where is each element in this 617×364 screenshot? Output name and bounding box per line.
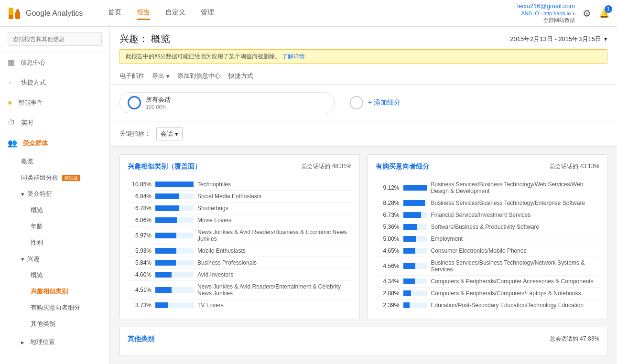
header: Google Analytics 首页 报告 自定义 管理 leixu216@g… bbox=[0, 0, 617, 27]
affinity-row-pct: 5.84% bbox=[128, 259, 152, 266]
segment-all-sessions[interactable]: 所有会话 100.00% bbox=[119, 92, 335, 113]
settings-button[interactable]: ⚙ bbox=[583, 8, 591, 19]
affinity-row-label[interactable]: Business Professionals bbox=[197, 259, 352, 266]
purchase-row-label[interactable]: Employment bbox=[431, 236, 600, 242]
purchase-row-label[interactable]: Software/Business & Productivity Softwar… bbox=[431, 224, 600, 230]
date-range-text: 2015年2月13日 - 2015年3月15日 bbox=[510, 35, 601, 43]
purchase-row-label[interactable]: Business Services/Business Technology/Ne… bbox=[431, 259, 600, 273]
purchase-row-label[interactable]: Financial Services/Investment Services bbox=[431, 212, 600, 218]
purchase-row-bar-bg bbox=[403, 248, 427, 254]
sidebar-demo-overview[interactable]: 概览 bbox=[0, 202, 109, 218]
affinity-row-label[interactable]: Avid Investors bbox=[197, 271, 352, 278]
sidebar-cohort-analysis[interactable]: 同类群组分析 测试版 bbox=[0, 170, 109, 186]
main-nav: 首页 报告 自定义 管理 bbox=[98, 6, 517, 20]
key-metrics-select[interactable]: 会话 ▾ bbox=[156, 127, 183, 140]
sidebar-item-shortcuts[interactable]: ← 快捷方式 bbox=[0, 73, 109, 93]
affinity-row-pct: 3.73% bbox=[128, 302, 152, 309]
purchase-row-label[interactable]: Consumer Electronics/Mobile Phones bbox=[431, 247, 600, 254]
affinity-row-label[interactable]: Technophiles bbox=[197, 181, 352, 188]
other-category-card: 其他类别 总会话话的 47.83% bbox=[119, 327, 607, 355]
other-cat-title[interactable]: 其他类别 bbox=[128, 335, 154, 343]
export-button[interactable]: 导出 ▾ bbox=[152, 72, 170, 80]
search-input[interactable] bbox=[8, 32, 102, 46]
warning-link[interactable]: 了解详情 bbox=[282, 53, 305, 60]
affinity-row-label[interactable]: Movie Lovers bbox=[197, 217, 352, 224]
affinity-row-pct: 10.85% bbox=[128, 181, 152, 188]
affinity-title[interactable]: 兴趣相似类别（覆盖面） bbox=[128, 162, 201, 171]
purchase-row-pct: 9.12% bbox=[376, 184, 400, 191]
purchase-row-label[interactable]: Business Services/Business Technology/We… bbox=[431, 181, 600, 194]
segment-add[interactable]: + 添加细分 bbox=[342, 92, 557, 113]
nav-custom[interactable]: 自定义 bbox=[165, 6, 185, 20]
sidebar-interest-overview[interactable]: 概览 bbox=[0, 267, 109, 283]
sidebar-affinity[interactable]: 兴趣相似类别 bbox=[0, 283, 109, 300]
purchase-row: 6.73% Financial Services/Investment Serv… bbox=[376, 209, 600, 221]
affinity-row-label[interactable]: News Junkies & Avid Readers/Business & E… bbox=[197, 229, 352, 242]
nav-admin[interactable]: 管理 bbox=[201, 6, 214, 20]
email-button[interactable]: 电子邮件 bbox=[119, 72, 144, 80]
sidebar-item-audience[interactable]: 👥 受众群体 bbox=[0, 133, 109, 153]
key-metrics-bar: 关键指标： 会话 ▾ bbox=[110, 121, 617, 147]
affinity-row: 4.51% News Junkies & Avid Readers/Entert… bbox=[128, 281, 352, 300]
shortcuts-button[interactable]: 快捷方式 bbox=[228, 72, 253, 80]
add-to-dashboard-button[interactable]: 添加到信息中心 bbox=[177, 72, 221, 80]
notifications-button[interactable]: 🔔 1 bbox=[599, 8, 609, 19]
svg-point-2 bbox=[16, 9, 19, 12]
affinity-row-pct: 6.84% bbox=[128, 193, 152, 200]
date-range-arrow: ▾ bbox=[604, 35, 607, 43]
purchase-row-label[interactable]: Education/Post-Secondary Education/Techn… bbox=[431, 302, 600, 309]
purchase-row-bar-bg bbox=[403, 185, 427, 191]
sidebar-age[interactable]: 年龄 bbox=[0, 218, 109, 235]
purchase-row: 5.00% Employment bbox=[376, 233, 600, 245]
purchase-row-bar-bg bbox=[403, 200, 427, 206]
purchase-row-bar-bg bbox=[403, 290, 427, 296]
purchase-row: 4.34% Computers & Peripherals/Computer A… bbox=[376, 276, 600, 288]
page-title-row: 兴趣： 概览 2015年2月13日 - 2015年3月15日 ▾ bbox=[119, 32, 607, 49]
affinity-row-label[interactable]: Social Media Enthusiasts bbox=[197, 193, 352, 200]
sidebar-other-cat[interactable]: 其他类别 bbox=[0, 316, 109, 332]
sidebar-demographics-group[interactable]: ▾ 受众特征 bbox=[0, 186, 109, 202]
purchase-row-bar-bg bbox=[403, 302, 427, 308]
sidebar-interests-group[interactable]: ▾ 兴趣 bbox=[0, 251, 109, 267]
nav-reports[interactable]: 报告 bbox=[137, 6, 150, 20]
segment-bar: 所有会话 100.00% + 添加细分 bbox=[110, 85, 617, 121]
affinity-row-label[interactable]: TV Lovers bbox=[197, 302, 352, 309]
svg-rect-1 bbox=[15, 11, 20, 19]
sidebar-inmarket[interactable]: 有购买意向者细分 bbox=[0, 300, 109, 316]
affinity-row-bar-bg bbox=[155, 182, 194, 187]
account-info: leixu216@gmail.com ANB.IO · http://anb.i… bbox=[517, 2, 575, 24]
account-expand-icon[interactable]: ▾ bbox=[573, 11, 575, 16]
purchase-rows: 9.12% Business Services/Business Technol… bbox=[376, 179, 600, 311]
affinity-row-pct: 4.51% bbox=[128, 287, 152, 293]
sidebar-item-geography[interactable]: ▸ 地理位置 bbox=[0, 332, 109, 352]
purchase-row-bar-bg bbox=[403, 236, 427, 242]
logo: Google Analytics bbox=[8, 7, 98, 20]
purchase-title[interactable]: 有购买意向者细分 bbox=[376, 162, 429, 171]
other-cat-stat: 总会话话的 47.83% bbox=[550, 335, 599, 343]
date-range[interactable]: 2015年2月13日 - 2015年3月15日 ▾ bbox=[510, 35, 607, 43]
affinity-row: 5.97% News Junkies & Avid Readers/Busine… bbox=[128, 226, 352, 245]
nav-home[interactable]: 首页 bbox=[108, 6, 121, 20]
sidebar-item-intelligence[interactable]: ● 智能事件 bbox=[0, 93, 109, 113]
segment-name: 所有会话 bbox=[146, 96, 171, 104]
affinity-row-label[interactable]: Mobile Enthusiasts bbox=[197, 247, 352, 254]
purchase-row-label[interactable]: Computers & Peripherals/Computer Accesso… bbox=[431, 278, 600, 285]
affinity-row-pct: 4.60% bbox=[128, 271, 152, 278]
content-header: 兴趣： 概览 2015年2月13日 - 2015年3月15日 ▾ 此报告中的部分… bbox=[110, 27, 617, 85]
collapse-icon: ▾ bbox=[21, 191, 24, 198]
affinity-row-bar bbox=[155, 205, 179, 211]
sidebar-audience-overview[interactable]: 概览 bbox=[0, 153, 109, 170]
page-title-main: 概览 bbox=[151, 33, 170, 44]
purchase-row-label[interactable]: Business Services/Business Technology/En… bbox=[431, 200, 600, 206]
purchase-row-label[interactable]: Computers & Peripherals/Computers/Laptop… bbox=[431, 290, 600, 297]
sidebar-item-realtime[interactable]: ⏱ 实时 bbox=[0, 113, 109, 133]
affinity-row: 3.73% TV Lovers bbox=[128, 300, 352, 311]
charts-area: 兴趣相似类别（覆盖面） 总会话话的 48.31% 10.85% Technoph… bbox=[110, 147, 617, 327]
purchase-row-pct: 8.28% bbox=[376, 200, 400, 206]
sidebar-gender[interactable]: 性别 bbox=[0, 235, 109, 251]
segment-add-label[interactable]: + 添加细分 bbox=[368, 98, 401, 107]
affinity-row-bar bbox=[155, 260, 176, 266]
sidebar-item-dashboard[interactable]: ▦ 信息中心 bbox=[0, 52, 109, 73]
affinity-row-label[interactable]: Shutterbugs bbox=[197, 205, 352, 212]
affinity-row-label[interactable]: News Junkies & Avid Readers/Entertainmen… bbox=[197, 283, 352, 297]
